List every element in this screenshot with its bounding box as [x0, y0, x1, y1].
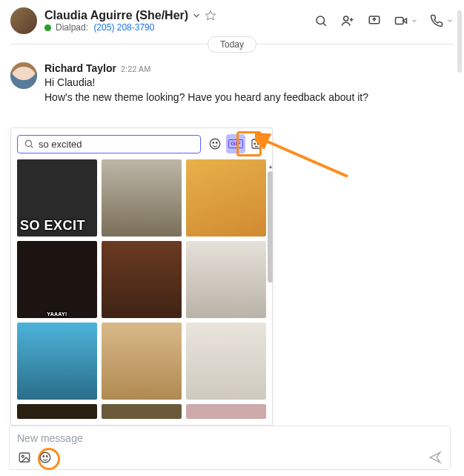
- message-sender[interactable]: Richard Taylor: [44, 62, 116, 74]
- message-text-line2: How's the new theme looking? Have you he…: [44, 90, 454, 105]
- conversation-header: Claudia Aguirre (She/Her) Dialpad: (205)…: [0, 0, 464, 41]
- svg-point-1: [316, 16, 325, 24]
- video-icon: [394, 14, 408, 27]
- gif-result-tile[interactable]: [102, 323, 182, 400]
- svg-point-19: [40, 452, 50, 463]
- emoji-icon: [208, 137, 222, 151]
- person-add-icon: [341, 14, 354, 27]
- window-scrollbar[interactable]: [457, 4, 463, 472]
- gif-tab[interactable]: GIF: [226, 134, 245, 153]
- svg-point-13: [216, 142, 218, 144]
- contact-phone[interactable]: (205) 208-3790: [93, 22, 154, 33]
- emoji-tab[interactable]: [205, 134, 225, 153]
- svg-point-14: [254, 143, 256, 145]
- chevron-down-icon[interactable]: [191, 10, 202, 21]
- presence-indicator: [44, 24, 51, 31]
- svg-point-20: [43, 456, 44, 457]
- search-button[interactable]: [313, 13, 329, 29]
- gif-result-tile[interactable]: [186, 404, 266, 419]
- message-time: 2:22 AM: [121, 65, 150, 73]
- search-icon: [24, 139, 34, 149]
- voice-call-button[interactable]: [428, 13, 445, 29]
- gif-result-tile[interactable]: YAAAY!: [17, 241, 97, 318]
- svg-point-21: [47, 456, 48, 457]
- svg-line-16: [262, 139, 348, 176]
- gif-result-tile[interactable]: [17, 404, 97, 419]
- header-actions: [313, 13, 454, 29]
- gif-search-field[interactable]: [17, 135, 201, 153]
- gif-result-tile[interactable]: [102, 404, 182, 419]
- scrollbar-thumb[interactable]: [457, 10, 462, 73]
- svg-point-11: [210, 139, 220, 149]
- gif-result-tile[interactable]: [17, 323, 97, 400]
- contact-avatar[interactable]: [10, 7, 37, 34]
- sender-avatar[interactable]: [10, 62, 37, 89]
- message-composer: New message: [9, 426, 451, 470]
- gif-tile-caption: YAAAY!: [47, 311, 67, 317]
- emoji-picker-button[interactable]: [38, 450, 53, 465]
- chevron-down-icon[interactable]: [446, 17, 454, 24]
- gif-result-tile[interactable]: [102, 159, 182, 237]
- gif-result-tile[interactable]: [186, 241, 266, 318]
- gif-result-tile[interactable]: SO EXCIT: [17, 159, 97, 237]
- search-input[interactable]: [39, 139, 194, 150]
- favorite-star-icon[interactable]: [205, 10, 216, 22]
- gif-icon: GIF: [228, 139, 242, 148]
- svg-point-15: [258, 143, 259, 145]
- gif-result-tile[interactable]: [186, 323, 266, 400]
- send-icon: [428, 451, 442, 464]
- svg-point-3: [344, 16, 348, 21]
- scroll-up-arrow[interactable]: ▲: [268, 162, 274, 170]
- svg-point-12: [213, 142, 214, 144]
- sticker-icon: [250, 137, 263, 151]
- svg-rect-7: [396, 18, 404, 24]
- screen-share-icon: [368, 14, 381, 27]
- message-text-line1: Hi Claudia!: [44, 76, 454, 90]
- screen-share-button[interactable]: [366, 13, 382, 29]
- search-icon: [314, 14, 328, 27]
- image-icon: [18, 451, 31, 464]
- gif-tile-caption: SO EXCIT: [20, 218, 85, 234]
- date-separator: Today: [208, 36, 256, 53]
- picker-scrollbar[interactable]: ▲ ▼: [268, 162, 274, 429]
- add-person-button[interactable]: [339, 13, 356, 29]
- svg-point-18: [21, 455, 24, 457]
- emoji-icon: [39, 451, 52, 464]
- svg-rect-17: [19, 453, 30, 462]
- contact-info: Claudia Aguirre (She/Her) Dialpad: (205)…: [44, 9, 313, 33]
- service-label: Dialpad:: [56, 22, 88, 33]
- contact-name[interactable]: Claudia Aguirre (She/Her): [44, 9, 188, 22]
- svg-line-10: [31, 146, 33, 148]
- svg-marker-0: [205, 10, 215, 20]
- send-button[interactable]: [428, 450, 443, 465]
- scrollbar-thumb[interactable]: [268, 171, 273, 282]
- svg-point-9: [25, 140, 31, 146]
- svg-line-2: [323, 23, 325, 25]
- message-row: Richard Taylor 2:22 AM Hi Claudia! How's…: [0, 59, 464, 113]
- sticker-tab[interactable]: [247, 134, 266, 153]
- phone-icon: [430, 14, 443, 27]
- attach-image-button[interactable]: [17, 450, 32, 465]
- gif-results-grid: SO EXCITYAAAY!: [17, 159, 266, 419]
- gif-result-tile[interactable]: [102, 241, 182, 318]
- video-call-button[interactable]: [393, 13, 409, 29]
- composer-input[interactable]: New message: [17, 432, 443, 450]
- gif-result-tile[interactable]: [186, 159, 266, 237]
- media-picker: GIF SO EXCITYAAAY! ▲ ▼: [10, 128, 273, 426]
- chevron-down-icon[interactable]: [411, 17, 418, 24]
